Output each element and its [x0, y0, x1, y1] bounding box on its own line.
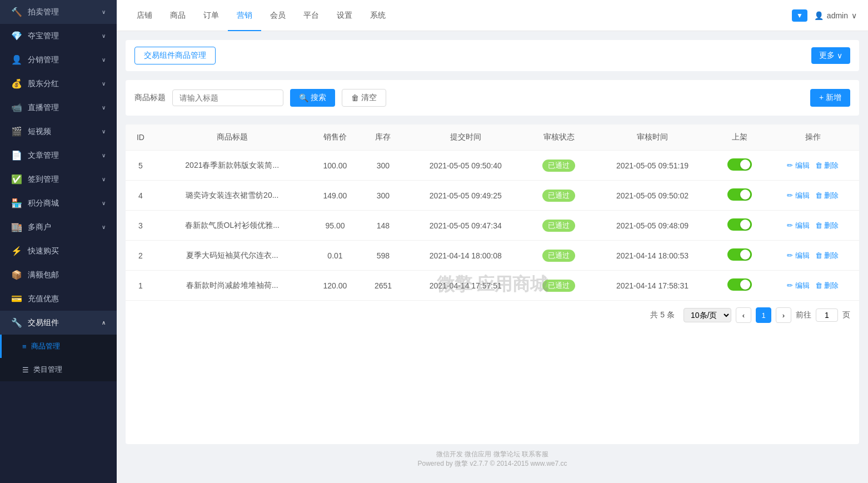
cell-action: ✏ 编辑 🗑 删除 [767, 271, 859, 301]
toggle-track [727, 188, 752, 201]
sidebar-item-label: 多商户 [28, 222, 102, 232]
next-page-button[interactable]: › [776, 307, 791, 323]
on-sale-toggle[interactable] [727, 248, 752, 261]
sidebar-item-checkin[interactable]: ✅ 签到管理 ∨ [0, 167, 117, 191]
search-input[interactable] [172, 89, 283, 106]
dropdown-button[interactable]: ▼ [792, 9, 807, 22]
toggle-track [727, 278, 752, 291]
user-icon: 👤 [814, 11, 824, 20]
main-area: 店铺 商品 订单 营销 会员 平台 设置 系统 ▼ 👤 admin ∨ 交易组件… [117, 0, 868, 483]
sidebar-subitem-goods-manage[interactable]: ≡ 商品管理 [0, 335, 117, 358]
cell-status: 已通过 [526, 211, 592, 241]
sidebar-item-quickbuy[interactable]: ⚡ 快速购买 [0, 239, 117, 263]
cell-on-sale[interactable] [713, 181, 766, 211]
search-icon: 🔍 [299, 93, 308, 102]
cell-price: 0.01 [309, 241, 362, 271]
more-button[interactable]: 更多 ∨ [811, 47, 850, 64]
top-nav: 店铺 商品 订单 营销 会员 平台 设置 系统 ▼ 👤 admin ∨ [117, 0, 868, 31]
sidebar-item-recharge[interactable]: 💳 充值优惠 [0, 287, 117, 311]
admin-info[interactable]: 👤 admin ∨ [814, 11, 857, 20]
cell-review-time: 2021-04-14 18:00:53 [592, 241, 713, 271]
active-tab-button[interactable]: 交易组件商品管理 [134, 47, 216, 64]
sidebar-item-auction[interactable]: 🔨 拍卖管理 ∨ [0, 0, 117, 24]
prev-page-button[interactable]: ‹ [736, 307, 751, 323]
cell-submit-time: 2021-04-14 18:00:08 [405, 241, 526, 271]
action-links: ✏ 编辑 🗑 删除 [774, 191, 852, 201]
filter-bar: 商品标题 🔍 搜索 🗑 清空 + 新增 [126, 80, 859, 116]
sidebar-item-distribution[interactable]: 👤 分销管理 ∨ [0, 48, 117, 72]
per-page-select[interactable]: 10条/页 20条/页 50条/页 [684, 308, 731, 322]
delete-link[interactable]: 🗑 删除 [815, 221, 839, 231]
delete-link[interactable]: 🗑 删除 [815, 191, 839, 201]
edit-link[interactable]: ✏ 编辑 [787, 191, 810, 201]
cell-submit-time: 2021-04-14 17:57:51 [405, 271, 526, 301]
clear-button[interactable]: 🗑 清空 [342, 89, 386, 107]
status-badge: 已通过 [542, 250, 575, 262]
search-button[interactable]: 🔍 搜索 [290, 89, 335, 107]
cell-on-sale[interactable] [713, 211, 766, 241]
article-icon: 📄 [11, 150, 22, 161]
on-sale-toggle[interactable] [727, 188, 752, 201]
on-sale-toggle[interactable] [727, 278, 752, 291]
delete-link[interactable]: 🗑 删除 [815, 281, 839, 291]
col-on-sale: 上架 [713, 125, 766, 151]
col-review-time: 审核时间 [592, 125, 713, 151]
tab-system[interactable]: 系统 [361, 0, 395, 31]
sidebar-item-article[interactable]: 📄 文章管理 ∨ [0, 143, 117, 167]
sidebar-item-label: 满额包邮 [28, 270, 106, 280]
delete-link[interactable]: 🗑 删除 [815, 251, 839, 261]
sidebar-item-shortvideo[interactable]: 🎬 短视频 ∨ [0, 119, 117, 143]
cell-review-time: 2021-05-05 09:51:19 [592, 151, 713, 181]
sidebar-item-treasure[interactable]: 💎 夺宝管理 ∨ [0, 24, 117, 48]
edit-link[interactable]: ✏ 编辑 [787, 221, 810, 231]
tab-member[interactable]: 会员 [261, 0, 295, 31]
cell-action: ✏ 编辑 🗑 删除 [767, 241, 859, 271]
content-area: 交易组件商品管理 更多 ∨ 商品标题 🔍 搜索 🗑 清空 + 新增 微擎 应用商… [117, 31, 868, 483]
sidebar-item-points[interactable]: 🏪 积分商城 ∨ [0, 191, 117, 215]
toggle-track [727, 158, 752, 171]
tab-store[interactable]: 店铺 [128, 0, 161, 31]
sidebar-item-fullreduce[interactable]: 📦 满额包邮 [0, 263, 117, 287]
sidebar-subitem-category-manage[interactable]: ☰ 类目管理 [0, 358, 117, 381]
col-id: ID [126, 125, 156, 151]
on-sale-toggle[interactable] [727, 218, 752, 231]
tab-settings[interactable]: 设置 [328, 0, 361, 31]
col-status: 审核状态 [526, 125, 592, 151]
tab-marketing[interactable]: 营销 [228, 0, 261, 31]
cell-on-sale[interactable] [713, 271, 766, 301]
edit-link[interactable]: ✏ 编辑 [787, 161, 810, 171]
table-row: 5 2021春季新款韩版女装简... 100.00 300 2021-05-05… [126, 151, 859, 181]
sidebar-item-widget[interactable]: 🔧 交易组件 ∧ [0, 311, 117, 335]
sidebar-subitem-label: 类目管理 [33, 365, 62, 375]
sidebar-item-label: 拍卖管理 [28, 7, 102, 17]
chevron-down-icon: ∨ [102, 224, 106, 230]
tab-order[interactable]: 订单 [194, 0, 228, 31]
cell-on-sale[interactable] [713, 241, 766, 271]
sidebar-item-label: 股东分红 [28, 79, 102, 89]
edit-link[interactable]: ✏ 编辑 [787, 281, 810, 291]
on-sale-toggle[interactable] [727, 158, 752, 171]
page-1-button[interactable]: 1 [756, 307, 771, 323]
sidebar-item-merchant[interactable]: 🏬 多商户 ∨ [0, 215, 117, 239]
sidebar-item-live[interactable]: 📹 直播管理 ∨ [0, 96, 117, 119]
shortvideo-icon: 🎬 [11, 126, 22, 137]
tab-platform[interactable]: 平台 [295, 0, 328, 31]
page-header-left: 交易组件商品管理 [134, 47, 216, 64]
live-icon: 📹 [11, 102, 22, 113]
cell-id: 5 [126, 151, 156, 181]
cell-status: 已通过 [526, 271, 592, 301]
list-icon: ≡ [22, 342, 27, 351]
delete-link[interactable]: 🗑 删除 [815, 161, 839, 171]
tab-goods[interactable]: 商品 [161, 0, 194, 31]
sidebar-item-shareholder[interactable]: 💰 股东分红 ∨ [0, 72, 117, 96]
cell-title: 璐奕诗女装连衣裙雪纺20... [156, 181, 309, 211]
page-input[interactable] [816, 308, 838, 322]
table-header-row: ID 商品标题 销售价 库存 提交时间 审核状态 审核时间 上架 操作 [126, 125, 859, 151]
table-row: 4 璐奕诗女装连衣裙雪纺20... 149.00 300 2021-05-05 … [126, 181, 859, 211]
edit-link[interactable]: ✏ 编辑 [787, 251, 810, 261]
add-button[interactable]: + 新增 [810, 89, 850, 107]
page-header: 交易组件商品管理 更多 ∨ [126, 40, 859, 71]
cell-on-sale[interactable] [713, 151, 766, 181]
checkin-icon: ✅ [11, 174, 22, 185]
cell-review-time: 2021-05-05 09:48:09 [592, 211, 713, 241]
